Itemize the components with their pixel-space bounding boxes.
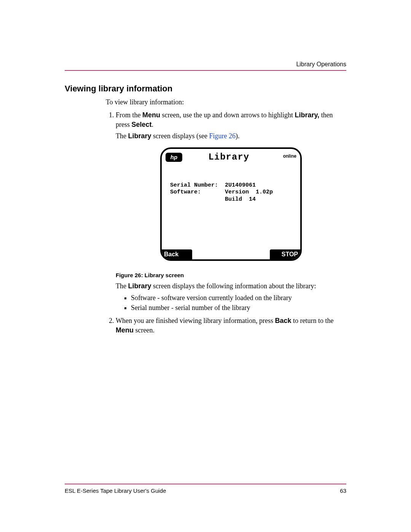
panel-status: online xyxy=(283,153,296,159)
body-content: To view library information: From the Me… xyxy=(106,97,346,335)
page-footer: ESL E-Series Tape Library User's Guide 6… xyxy=(65,484,346,494)
footer-page-number: 63 xyxy=(340,487,346,494)
select-label: Select xyxy=(132,121,152,128)
step1-text-a: From the xyxy=(116,111,142,119)
panel-title: Library xyxy=(175,151,283,163)
step1-result: The Library screen displays (see Figure … xyxy=(116,131,346,141)
running-head: Library Operations xyxy=(65,61,346,68)
step-1: From the Menu screen, use the up and dow… xyxy=(116,110,346,312)
panel-body: Serial Number: 2U1409061 Software: Versi… xyxy=(162,164,300,203)
figure-caption: Figure 26: Library screen xyxy=(116,272,346,279)
menu-label-2: Menu xyxy=(116,326,134,334)
document-page: Library Operations Viewing library infor… xyxy=(0,0,411,532)
bullet-serial: Serial number - serial number of the lib… xyxy=(131,303,346,312)
library-screen-panel: hp Library online Serial Number: 2U14090… xyxy=(160,147,302,261)
header-rule xyxy=(65,70,346,71)
library-label: Library, xyxy=(295,111,319,119)
back-button[interactable]: Back xyxy=(162,249,192,260)
back-label: Back xyxy=(275,317,291,324)
footer-doc-title: ESL E-Series Tape Library User's Guide xyxy=(65,487,166,494)
step1-text-d: . xyxy=(152,121,154,128)
bullet-software: Software - software version currently lo… xyxy=(131,293,346,302)
instruction-list: From the Menu screen, use the up and dow… xyxy=(106,110,346,335)
footer-rule xyxy=(65,484,346,484)
figure-26-link[interactable]: Figure 26 xyxy=(209,132,236,140)
menu-label: Menu xyxy=(142,111,160,119)
info-bullet-list: Software - software version currently lo… xyxy=(116,293,346,313)
figure-26: hp Library online Serial Number: 2U14090… xyxy=(116,147,346,261)
section-heading: Viewing library information xyxy=(65,84,346,94)
step1-text-b: screen, use the up and down arrows to hi… xyxy=(160,111,295,119)
intro-text: To view library information: xyxy=(106,97,346,107)
step-2: When you are finished viewing library in… xyxy=(116,316,346,335)
stop-button[interactable]: STOP xyxy=(270,249,300,260)
after-figure-text: The Library screen displays the followin… xyxy=(116,281,346,291)
